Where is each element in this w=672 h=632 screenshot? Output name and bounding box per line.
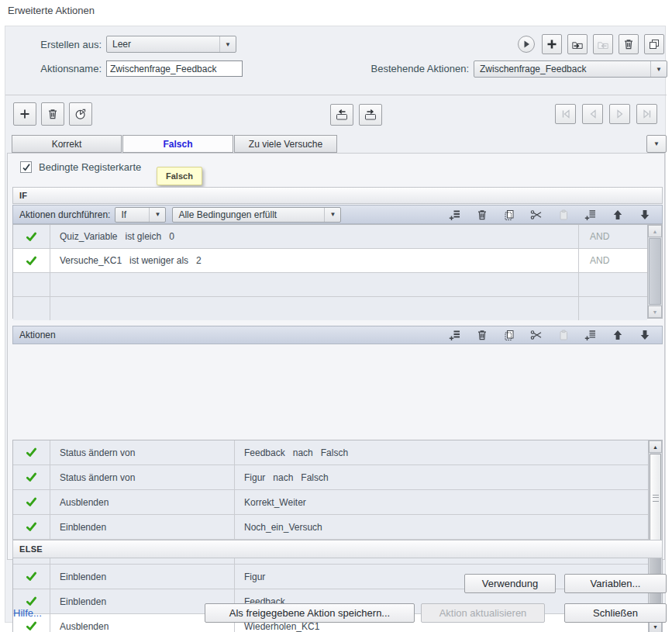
condition-row[interactable]: Versuche_KC1 ist weniger als 2AND [13,249,647,273]
import-shared-action-button[interactable] [567,34,588,54]
move-row-down-button[interactable] [636,207,654,223]
existing-actions-value: Zwischenfrage_Feedback [474,61,650,77]
existing-actions-select[interactable]: Zwischenfrage_Feedback ▼ [474,60,667,78]
add-row-button[interactable] [446,327,464,343]
folder-arrow-out-icon [597,38,609,50]
help-link[interactable]: Hilfe... [13,607,42,619]
tab-falsch[interactable]: Falsch [122,135,233,153]
action-type[interactable]: Einblenden [50,565,235,589]
condition-valid-icon [13,249,50,272]
insert-row-button[interactable] [581,207,600,223]
delete-row-button[interactable] [473,327,491,343]
delete-action-button[interactable] [619,34,639,54]
insert-row-icon [584,329,597,341]
variables-button[interactable]: Variablen... [564,574,667,593]
first-decision-button[interactable] [555,104,576,124]
scroll-up-icon[interactable]: ▲ [648,225,662,237]
condition-text[interactable]: Versuche_KC1 ist weniger als 2 [50,249,579,272]
tab-zu-viele-versuche[interactable]: Zu viele Versuche [234,135,337,153]
preview-action-button[interactable] [518,36,535,53]
add-decision-button[interactable] [13,102,36,126]
move-row-up-button[interactable] [608,207,627,223]
cut-row-button[interactable] [527,207,546,223]
condition-row[interactable] [13,297,647,320]
next-decision-button[interactable] [609,104,630,124]
tab-korrekt[interactable]: Korrekt [12,135,122,153]
action-type[interactable]: Einblenden [50,515,235,539]
action-row[interactable]: EinblendenNoch_ein_Versuch [13,515,648,540]
previous-decision-button[interactable] [582,104,603,124]
action-detail[interactable]: Noch_ein_Versuch [235,515,648,539]
condition-logic-operator[interactable] [579,297,647,320]
new-action-button[interactable] [542,34,562,54]
conditions-toolbar [446,207,662,223]
paste-row-button[interactable] [554,207,573,223]
condition-text[interactable] [50,297,579,320]
save-shared-action-button[interactable]: Als freigegebene Aktion speichern... [205,603,415,623]
condition-valid-icon [13,297,50,320]
move-decision-right-button[interactable] [359,104,382,126]
move-decision-left-button[interactable] [330,104,353,126]
add-row-button[interactable] [446,207,464,223]
condition-match-select[interactable]: Alle Bedingungen erfüllt ▼ [172,207,341,223]
move-row-up-button[interactable] [608,327,627,343]
scroll-up-icon[interactable]: ▲ [649,440,662,453]
action-valid-icon [13,440,50,465]
close-button[interactable]: Schließen [564,603,667,623]
nav-last-icon [641,108,653,120]
thumb-grip [653,495,659,502]
scroll-thumb[interactable] [650,454,661,542]
create-from-select[interactable]: Leer ▼ [106,36,236,53]
conditions-scrollbar[interactable]: ▲ ▼ [647,225,662,318]
plus-icon [19,108,31,120]
chevron-down-icon: ▼ [650,61,667,77]
existing-actions-label: Bestehende Aktionen: [323,63,469,74]
condition-logic-operator[interactable]: AND [579,225,647,248]
condition-text[interactable]: Quiz_Variable ist gleich 0 [50,225,579,248]
action-detail[interactable]: Korrekt_Weiter [235,490,648,514]
paste-row-button[interactable] [554,327,573,343]
condition-logic-operator[interactable]: AND [579,249,647,272]
else-title: ELSE [19,544,43,554]
tab-overflow-button[interactable]: ▼ [646,135,667,153]
conditional-tab-checkbox[interactable] [20,161,32,173]
folder-arrow-in-icon [571,38,584,50]
condition-row[interactable] [13,273,647,297]
condition-row[interactable]: Quiz_Variable ist gleich 0AND [13,225,647,249]
action-detail[interactable]: Figur nach Falsch [235,465,648,489]
scroll-thumb[interactable] [649,238,661,305]
update-action-button[interactable]: Aktion aktualisieren [421,603,545,623]
delete-decision-button[interactable] [41,102,64,126]
scroll-down-icon[interactable]: ▼ [648,306,662,318]
duplicate-row-button[interactable] [500,327,519,343]
usage-button[interactable]: Verwendung [464,574,556,593]
condition-logic-operator[interactable] [579,273,647,296]
action-row[interactable]: Status ändern vonFigur nach Falsch [13,465,648,490]
duplicate-action-button[interactable] [644,34,664,54]
last-decision-button[interactable] [636,104,657,124]
add-row-icon [449,329,461,341]
action-row[interactable]: AusblendenKorrekt_Weiter [13,490,648,515]
action-type[interactable]: Status ändern von [50,440,235,465]
duplicate-row-icon [503,209,515,221]
condition-text[interactable] [50,273,579,296]
copy-decision-button[interactable] [69,102,92,126]
action-name-input[interactable] [106,60,243,77]
delete-row-button[interactable] [473,207,491,223]
action-type[interactable]: Ausblenden [50,490,235,514]
nav-next-icon [614,108,626,120]
perform-mode-select[interactable]: If ▼ [115,207,166,223]
duplicate-row-button[interactable] [500,207,519,223]
cut-row-icon [530,209,543,221]
nav-first-icon [560,108,572,120]
create-from-label: Erstellen aus: [16,39,102,50]
action-type[interactable]: Status ändern von [50,465,235,489]
cut-row-button[interactable] [527,327,546,343]
export-shared-action-button[interactable] [593,34,613,54]
action-row[interactable]: Status ändern vonFeedback nach Falsch [13,440,648,465]
tab-arrow-left-icon [335,108,349,122]
move-row-down-button[interactable] [636,327,654,343]
action-detail[interactable]: Feedback nach Falsch [235,440,648,465]
add-row-icon [449,209,461,221]
insert-row-button[interactable] [581,327,600,343]
